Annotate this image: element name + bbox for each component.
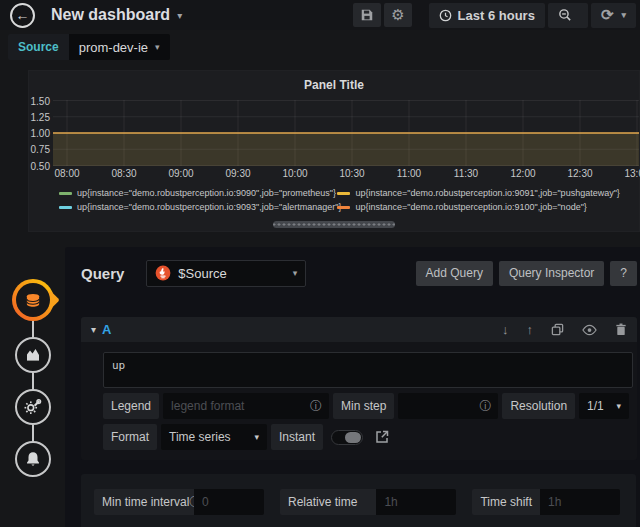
info-icon: ⓘ [310,398,322,415]
info-icon: ⓘ [479,398,491,415]
dashboard-settings-button[interactable]: ⚙ [384,3,411,27]
min-time-interval-field [194,489,264,515]
move-query-up-button[interactable]: ↑ [527,322,534,337]
zoom-out-icon [558,8,572,22]
legend-item[interactable]: up{instance="demo.robustperception.io:90… [59,186,337,200]
tab-queries[interactable] [12,279,54,321]
time-range-label: Last 6 hours [458,8,535,23]
time-shift-input[interactable] [540,489,620,515]
toggle-query-visibility-button[interactable] [582,324,597,336]
zoom-out-button[interactable] [548,3,588,28]
legend-format-field: ⓘ [163,393,329,419]
datasource-name: $Source [178,266,284,281]
external-link-icon[interactable] [375,430,389,444]
query-row-header: ▾ A ↓ ↑ [81,317,637,342]
legend-color-dash [59,206,72,209]
panel-editor: Query $Source ▾ Add Query Query Inspecto… [0,247,640,527]
legend-item[interactable]: up{instance="demo.robustperception.io:90… [337,186,615,200]
time-shift-label: Time shift [472,489,540,515]
x-tick-label: 09:30 [225,168,250,179]
x-axis-labels: 08:0008:3009:0009:3010:0010:3011:0011:30… [53,168,639,181]
min-step-field: ⓘ [398,393,498,419]
min-time-interval-label-box: Min time interval ⓘ [94,489,194,515]
min-time-interval-label: Min time interval [102,495,189,509]
chart-plot[interactable] [53,100,639,166]
tab-connector [32,373,34,389]
x-tick-label: 11:30 [454,168,478,179]
datasource-picker[interactable]: $Source ▾ [146,260,306,287]
duplicate-query-button[interactable] [551,323,564,336]
x-tick-label: 08:00 [54,168,79,179]
chart-area: 1.501.251.000.750.50 [29,100,639,166]
query-row-body: up Legend ⓘ Min step ⓘ Resolution 1/1 [81,342,637,450]
back-arrow-icon: ← [16,8,30,22]
min-step-input[interactable] [398,393,479,419]
query-section-title: Query [81,265,124,282]
format-select[interactable]: Time series ▾ [161,424,267,450]
resolution-value: 1/1 [587,399,604,413]
instant-toggle[interactable] [331,430,363,445]
x-tick-label: 09:00 [168,168,193,179]
query-header: Query $Source ▾ Add Query Query Inspecto… [81,259,637,287]
legend-item[interactable]: up{instance="demo.robustperception.io:91… [337,200,615,214]
top-navbar: ← New dashboard ▾ ⚙ Last 6 hours ⟳ ▾ [0,0,640,30]
tab-general[interactable] [15,389,51,425]
time-range-picker[interactable]: Last 6 hours [429,3,545,28]
back-button[interactable]: ← [10,3,35,28]
datasource-caret-icon: ▾ [293,268,298,278]
arrow-up-icon: ↑ [527,322,534,337]
instant-label: Instant [271,424,323,450]
refresh-icon: ⟳ [601,6,614,24]
min-time-interval-input[interactable] [194,489,264,515]
editor-tabstrip [0,247,65,527]
title-caret-icon[interactable]: ▾ [177,10,182,21]
arrow-down-icon: ↓ [502,322,509,337]
tab-connector [32,321,34,337]
panel-title[interactable]: Panel Title [29,78,639,93]
refresh-button[interactable]: ⟳ ▾ [591,3,636,28]
chart-legend: up{instance="demo.robustperception.io:90… [59,186,639,214]
query-expression-input[interactable]: up [103,352,633,388]
format-value: Time series [169,430,231,444]
relative-time-label: Relative time [280,489,376,515]
prometheus-icon [155,265,171,281]
query-row-group: ▾ A ↓ ↑ [81,317,637,460]
resolution-select[interactable]: 1/1 ▾ [579,393,629,419]
y-tick-label: 1.50 [31,95,50,106]
refresh-interval-caret-icon[interactable]: ▾ [621,10,626,20]
delete-query-button[interactable] [615,323,627,336]
min-step-label: Min step [333,393,394,419]
legend-color-dash [59,192,72,195]
template-var-label: Source [8,34,69,60]
panel-resize-handle[interactable] [273,221,395,228]
legend-format-input[interactable] [163,393,310,419]
query-options-section: Min time interval ⓘ Relative time Time s… [81,474,636,527]
collapse-query-caret-icon[interactable]: ▾ [91,324,96,335]
save-dashboard-button[interactable] [353,3,381,27]
format-caret-icon: ▾ [254,432,259,442]
format-label: Format [103,424,157,450]
tab-alert[interactable] [15,441,51,477]
tab-visualization[interactable] [15,337,51,373]
eye-icon [582,324,597,336]
template-var-value-dropdown[interactable]: prom-dev-ie ▾ [69,34,170,60]
submenu-bar: Source prom-dev-ie ▾ [0,30,640,62]
relative-time-input[interactable] [376,489,456,515]
toggle-knob [345,432,361,443]
legend-color-dash [337,206,350,209]
legend-options-row: Legend ⓘ Min step ⓘ Resolution 1/1 ▾ [103,393,633,419]
query-ref-id[interactable]: A [102,322,111,337]
move-query-down-button[interactable]: ↓ [502,322,509,337]
x-tick-label: 11:00 [397,168,421,179]
query-options-row: Min time interval ⓘ Relative time Time s… [94,489,624,515]
query-inspector-button[interactable]: Query Inspector [499,261,604,286]
time-shift-field [540,489,620,515]
tab-connector [32,425,34,441]
copy-icon [551,323,564,336]
dashboard-title[interactable]: New dashboard [51,6,170,24]
trash-icon [615,323,627,336]
query-help-button[interactable]: ? [610,261,637,286]
clock-icon [439,9,452,22]
legend-item[interactable]: up{instance="demo.robustperception.io:90… [59,200,337,214]
add-query-button[interactable]: Add Query [416,261,493,286]
